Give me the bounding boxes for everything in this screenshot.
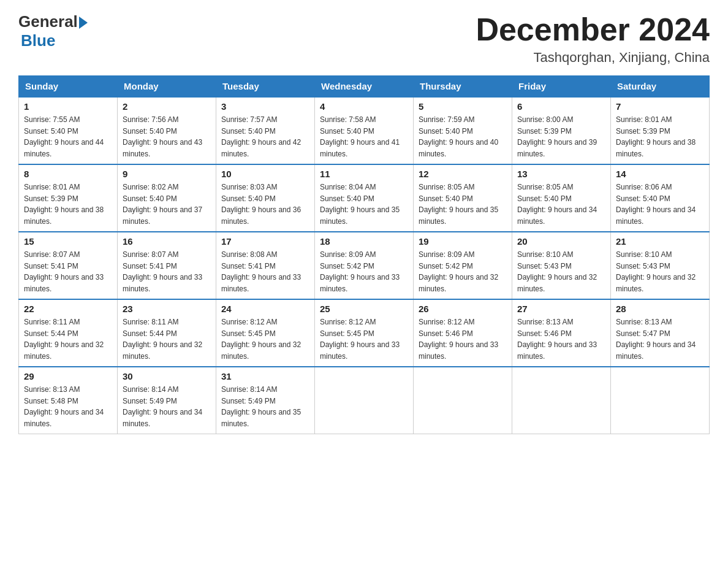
day-info: Sunrise: 8:11 AMSunset: 5:44 PMDaylight:… [123,318,202,361]
day-number: 20 [517,236,605,247]
day-cell: 16 Sunrise: 8:07 AMSunset: 5:41 PMDaylig… [118,232,216,299]
title-block: December 2024 Tashqorghan, Xinjiang, Chi… [476,12,710,66]
logo-arrow-icon [79,17,88,29]
day-info: Sunrise: 8:13 AMSunset: 5:48 PMDaylight:… [24,385,104,428]
day-number: 10 [221,169,309,179]
day-info: Sunrise: 8:13 AMSunset: 5:46 PMDaylight:… [517,318,597,361]
header-cell-friday: Friday [512,76,611,98]
day-info: Sunrise: 8:01 AMSunset: 5:39 PMDaylight:… [616,115,696,158]
day-number: 13 [517,169,605,179]
day-cell: 7 Sunrise: 8:01 AMSunset: 5:39 PMDayligh… [611,97,710,164]
day-info: Sunrise: 7:56 AMSunset: 5:40 PMDaylight:… [123,115,202,158]
day-number: 30 [123,371,211,381]
day-info: Sunrise: 8:10 AMSunset: 5:43 PMDaylight:… [517,250,597,293]
day-info: Sunrise: 8:10 AMSunset: 5:43 PMDaylight:… [616,250,696,293]
day-info: Sunrise: 8:12 AMSunset: 5:45 PMDaylight:… [221,318,301,361]
day-info: Sunrise: 8:12 AMSunset: 5:45 PMDaylight:… [320,318,400,361]
header-cell-sunday: Sunday [19,76,118,98]
day-info: Sunrise: 8:08 AMSunset: 5:41 PMDaylight:… [221,250,301,293]
day-cell: 23 Sunrise: 8:11 AMSunset: 5:44 PMDaylig… [118,299,216,367]
location-subtitle: Tashqorghan, Xinjiang, China [476,50,710,66]
day-number: 27 [517,304,605,314]
day-info: Sunrise: 8:09 AMSunset: 5:42 PMDaylight:… [320,250,400,293]
day-number: 21 [616,236,704,247]
day-number: 4 [320,101,408,112]
day-number: 15 [24,236,112,247]
day-number: 12 [419,169,507,179]
day-number: 17 [221,236,309,247]
week-row-3: 15 Sunrise: 8:07 AMSunset: 5:41 PMDaylig… [19,232,710,299]
week-row-4: 22 Sunrise: 8:11 AMSunset: 5:44 PMDaylig… [19,299,710,367]
logo: General Blue [18,12,88,50]
day-cell: 1 Sunrise: 7:55 AMSunset: 5:40 PMDayligh… [19,97,118,164]
day-info: Sunrise: 8:04 AMSunset: 5:40 PMDaylight:… [320,183,400,226]
day-number: 18 [320,236,408,247]
day-number: 23 [123,304,211,314]
day-cell: 6 Sunrise: 8:00 AMSunset: 5:39 PMDayligh… [512,97,611,164]
day-number: 28 [616,304,704,314]
calendar-header: SundayMondayTuesdayWednesdayThursdayFrid… [19,76,710,98]
day-cell: 27 Sunrise: 8:13 AMSunset: 5:46 PMDaylig… [512,299,611,367]
day-number: 3 [221,101,309,112]
week-row-5: 29 Sunrise: 8:13 AMSunset: 5:48 PMDaylig… [19,367,710,434]
day-number: 14 [616,169,704,179]
day-info: Sunrise: 8:09 AMSunset: 5:42 PMDaylight:… [419,250,498,293]
day-number: 25 [320,304,408,314]
day-cell: 3 Sunrise: 7:57 AMSunset: 5:40 PMDayligh… [216,97,315,164]
header-row: SundayMondayTuesdayWednesdayThursdayFrid… [19,76,710,98]
day-info: Sunrise: 7:57 AMSunset: 5:40 PMDaylight:… [221,115,301,158]
day-cell: 29 Sunrise: 8:13 AMSunset: 5:48 PMDaylig… [19,367,118,434]
day-cell: 8 Sunrise: 8:01 AMSunset: 5:39 PMDayligh… [19,164,118,232]
day-number: 29 [24,371,112,381]
day-number: 19 [419,236,507,247]
day-number: 2 [123,101,211,112]
day-number: 16 [123,236,211,247]
day-number: 24 [221,304,309,314]
day-cell [315,367,414,434]
day-number: 22 [24,304,112,314]
day-number: 11 [320,169,408,179]
day-cell: 15 Sunrise: 8:07 AMSunset: 5:41 PMDaylig… [19,232,118,299]
day-info: Sunrise: 8:07 AMSunset: 5:41 PMDaylight:… [123,250,202,293]
day-info: Sunrise: 8:05 AMSunset: 5:40 PMDaylight:… [517,183,597,226]
day-cell: 5 Sunrise: 7:59 AMSunset: 5:40 PMDayligh… [414,97,512,164]
day-cell: 12 Sunrise: 8:05 AMSunset: 5:40 PMDaylig… [414,164,512,232]
day-number: 26 [419,304,507,314]
day-cell [512,367,611,434]
day-info: Sunrise: 8:03 AMSunset: 5:40 PMDaylight:… [221,183,301,226]
day-cell: 28 Sunrise: 8:13 AMSunset: 5:47 PMDaylig… [611,299,710,367]
day-cell: 21 Sunrise: 8:10 AMSunset: 5:43 PMDaylig… [611,232,710,299]
day-info: Sunrise: 8:05 AMSunset: 5:40 PMDaylight:… [419,183,498,226]
day-cell: 18 Sunrise: 8:09 AMSunset: 5:42 PMDaylig… [315,232,414,299]
day-info: Sunrise: 8:06 AMSunset: 5:40 PMDaylight:… [616,183,696,226]
day-cell: 4 Sunrise: 7:58 AMSunset: 5:40 PMDayligh… [315,97,414,164]
calendar-body: 1 Sunrise: 7:55 AMSunset: 5:40 PMDayligh… [19,97,710,434]
header-cell-tuesday: Tuesday [216,76,315,98]
page-header: General Blue December 2024 Tashqorghan, … [18,12,710,66]
day-cell: 14 Sunrise: 8:06 AMSunset: 5:40 PMDaylig… [611,164,710,232]
day-number: 5 [419,101,507,112]
day-cell: 17 Sunrise: 8:08 AMSunset: 5:41 PMDaylig… [216,232,315,299]
day-cell: 9 Sunrise: 8:02 AMSunset: 5:40 PMDayligh… [118,164,216,232]
day-number: 6 [517,101,605,112]
day-info: Sunrise: 8:07 AMSunset: 5:41 PMDaylight:… [24,250,104,293]
day-cell: 30 Sunrise: 8:14 AMSunset: 5:49 PMDaylig… [118,367,216,434]
day-info: Sunrise: 7:58 AMSunset: 5:40 PMDaylight:… [320,115,400,158]
day-cell: 20 Sunrise: 8:10 AMSunset: 5:43 PMDaylig… [512,232,611,299]
day-cell: 10 Sunrise: 8:03 AMSunset: 5:40 PMDaylig… [216,164,315,232]
day-cell [414,367,512,434]
day-cell: 25 Sunrise: 8:12 AMSunset: 5:45 PMDaylig… [315,299,414,367]
day-cell: 31 Sunrise: 8:14 AMSunset: 5:49 PMDaylig… [216,367,315,434]
day-number: 9 [123,169,211,179]
day-cell: 22 Sunrise: 8:11 AMSunset: 5:44 PMDaylig… [19,299,118,367]
week-row-2: 8 Sunrise: 8:01 AMSunset: 5:39 PMDayligh… [19,164,710,232]
day-cell: 13 Sunrise: 8:05 AMSunset: 5:40 PMDaylig… [512,164,611,232]
header-cell-saturday: Saturday [611,76,710,98]
logo-general-text: General [18,12,78,31]
week-row-1: 1 Sunrise: 7:55 AMSunset: 5:40 PMDayligh… [19,97,710,164]
day-cell: 11 Sunrise: 8:04 AMSunset: 5:40 PMDaylig… [315,164,414,232]
day-cell [611,367,710,434]
day-cell: 24 Sunrise: 8:12 AMSunset: 5:45 PMDaylig… [216,299,315,367]
header-cell-wednesday: Wednesday [315,76,414,98]
day-cell: 2 Sunrise: 7:56 AMSunset: 5:40 PMDayligh… [118,97,216,164]
